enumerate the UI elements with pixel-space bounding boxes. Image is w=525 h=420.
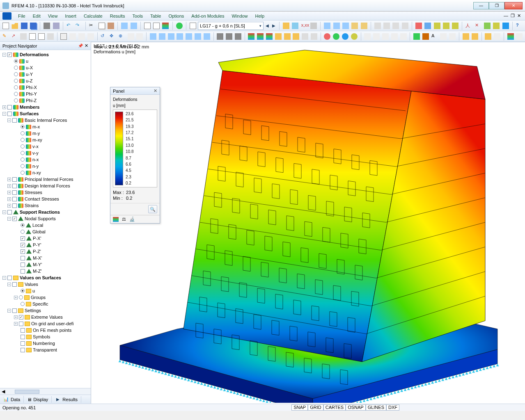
cascade-button[interactable]: [120, 21, 128, 30]
t2-aq[interactable]: [413, 32, 421, 41]
mdi-minimize-icon[interactable]: —: [504, 13, 508, 18]
t2-ai[interactable]: [332, 32, 340, 41]
checkbox[interactable]: [7, 276, 12, 280]
app-menu-icon[interactable]: [2, 12, 11, 20]
cartes-cell[interactable]: CARTES: [323, 404, 346, 411]
checkbox[interactable]: [19, 322, 23, 326]
tool-a[interactable]: [282, 21, 290, 30]
expand-icon[interactable]: [7, 178, 11, 181]
glines-cell[interactable]: GLINES: [366, 404, 386, 411]
radio[interactable]: [21, 138, 25, 142]
tree-settings[interactable]: Settings: [25, 308, 41, 313]
help-button[interactable]: ?: [515, 21, 523, 30]
expand-icon[interactable]: [14, 322, 18, 326]
expand-icon[interactable]: [7, 283, 11, 286]
expand-icon[interactable]: [2, 112, 6, 116]
checkbox[interactable]: [21, 262, 25, 267]
checkbox[interactable]: [21, 348, 25, 352]
tool-r[interactable]: [451, 21, 459, 30]
checkbox[interactable]: [12, 177, 17, 182]
radio[interactable]: [21, 131, 25, 135]
save-button[interactable]: [20, 21, 28, 30]
radio[interactable]: [21, 302, 25, 306]
saveall-button[interactable]: [29, 21, 37, 30]
radio[interactable]: [14, 72, 18, 76]
checkbox[interactable]: [21, 328, 25, 333]
close-button[interactable]: ✕: [504, 2, 523, 9]
tree-mx[interactable]: m-x: [32, 124, 40, 129]
checkbox[interactable]: [7, 210, 12, 215]
menu-window[interactable]: Window: [228, 13, 251, 19]
redo-button[interactable]: ↷: [75, 21, 83, 30]
radio[interactable]: [14, 79, 18, 83]
t2-az[interactable]: [507, 32, 515, 41]
t2-w[interactable]: [216, 32, 224, 41]
t2-d[interactable]: [28, 32, 37, 41]
radio[interactable]: [21, 230, 25, 234]
tile-button[interactable]: [129, 21, 138, 30]
expand-icon[interactable]: [2, 210, 6, 214]
t2-ak[interactable]: [350, 32, 358, 41]
tree-ny[interactable]: n-y: [32, 164, 39, 169]
radio[interactable]: [14, 98, 18, 103]
mdi-restore-icon[interactable]: ❐: [511, 13, 515, 18]
radio[interactable]: [14, 85, 18, 89]
minimize-button[interactable]: —: [473, 2, 489, 9]
tool-l[interactable]: [392, 21, 400, 30]
tree-mz[interactable]: M-Z': [33, 269, 42, 274]
radio[interactable]: [21, 158, 25, 162]
t2-ah[interactable]: [323, 32, 332, 41]
checkbox[interactable]: [7, 105, 12, 110]
expand-icon[interactable]: [7, 217, 11, 221]
nav-hscroll[interactable]: ◀: [0, 388, 91, 395]
mdi-close-icon[interactable]: ✕: [517, 13, 521, 18]
checkbox[interactable]: [12, 203, 17, 208]
tree-strains[interactable]: Strains: [25, 203, 39, 208]
checkbox[interactable]: [12, 217, 17, 221]
t2-ao[interactable]: [390, 32, 399, 41]
panel-close-icon[interactable]: ✕: [154, 88, 157, 94]
t2-an[interactable]: [381, 32, 390, 41]
maximize-button[interactable]: ❐: [489, 2, 504, 9]
nav-tab-data[interactable]: 📊Data: [0, 396, 24, 403]
radio[interactable]: [14, 92, 18, 96]
tree-px[interactable]: P-X': [33, 236, 41, 241]
tool-b[interactable]: [291, 21, 299, 30]
t2-i[interactable]: [78, 32, 86, 41]
t2-am[interactable]: [372, 32, 381, 41]
expand-icon[interactable]: [7, 309, 11, 313]
loadcase-combo[interactable]: LG17 - g + 0,6 n [SLS]: [198, 22, 264, 30]
t2-as[interactable]: A: [431, 32, 439, 41]
tree-val-u[interactable]: u: [32, 288, 35, 293]
tree-surfaces[interactable]: Surfaces: [20, 111, 39, 116]
radio[interactable]: [21, 151, 25, 155]
t2-q[interactable]: [158, 32, 166, 41]
radio[interactable]: [19, 295, 23, 299]
tree-vy[interactable]: v-y: [32, 151, 39, 155]
print-preview-button[interactable]: [52, 21, 60, 30]
t2-ad[interactable]: [283, 32, 291, 41]
tool-i[interactable]: [360, 21, 368, 30]
expand-icon[interactable]: [7, 204, 11, 208]
snap-cell[interactable]: SNAP: [291, 404, 308, 411]
t2-af[interactable]: [301, 32, 309, 41]
t2-ab[interactable]: [265, 32, 273, 41]
tool-f[interactable]: [332, 21, 340, 30]
tool-k[interactable]: [383, 21, 391, 30]
menu-results[interactable]: Results: [107, 13, 128, 19]
t2-x[interactable]: [225, 32, 233, 41]
t2-aw[interactable]: [471, 32, 479, 41]
menu-help[interactable]: Help: [252, 13, 268, 19]
tree-nx[interactable]: n-x: [32, 157, 39, 162]
tree-pz[interactable]: P-Z': [33, 249, 41, 254]
t2-at[interactable]: [440, 32, 448, 41]
osnap-cell[interactable]: OSNAP: [346, 404, 366, 411]
t2-b[interactable]: ↗: [11, 32, 19, 41]
t2-m[interactable]: ⊕: [118, 32, 126, 41]
checkbox[interactable]: [7, 52, 12, 57]
tree-local[interactable]: Local: [32, 223, 43, 228]
t2-al[interactable]: [364, 32, 372, 41]
t2-p[interactable]: [149, 32, 157, 41]
grid-cell[interactable]: GRID: [308, 404, 323, 411]
pin-icon[interactable]: 📌: [78, 43, 83, 48]
